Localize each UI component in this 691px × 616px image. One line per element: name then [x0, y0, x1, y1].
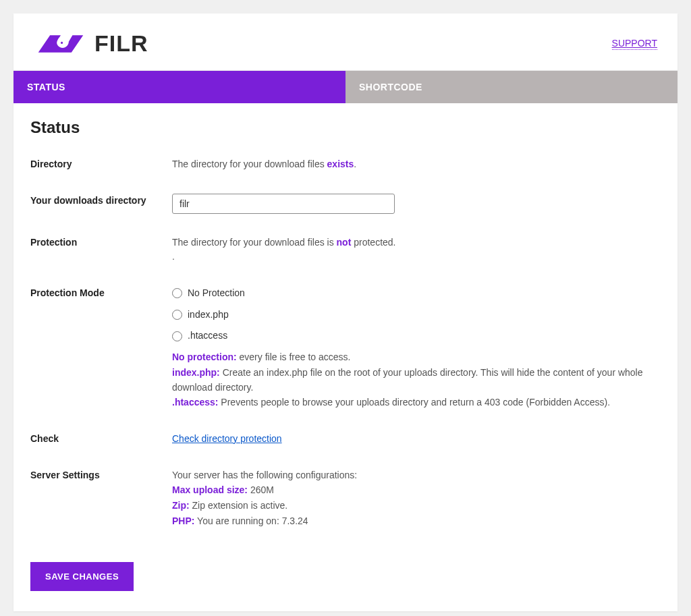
radio-htaccess-label: .htaccess — [188, 329, 227, 343]
desc-htaccess-lead: .htaccess: — [172, 397, 218, 408]
label-protection: Protection — [30, 235, 172, 248]
value-check: Check directory protection — [172, 432, 661, 447]
row-check: Check Check directory protection — [30, 432, 661, 447]
save-button[interactable]: SAVE CHANGES — [30, 562, 134, 591]
protection-text-before: The directory for your download files is — [172, 237, 337, 248]
support-link[interactable]: SUPPORT — [612, 38, 657, 50]
directory-text-after: . — [354, 159, 356, 169]
radio-index-php[interactable]: index.php — [172, 308, 661, 323]
desc-index-php-text: Create an index.php file on the root of … — [172, 367, 643, 393]
label-protection-mode: Protection Mode — [30, 286, 172, 298]
radio-index-php-label: index.php — [188, 308, 229, 323]
row-server-settings: Server Settings Your server has the foll… — [30, 468, 661, 529]
radio-htaccess[interactable]: .htaccess — [172, 329, 661, 343]
radio-no-protection-label: No Protection — [188, 286, 245, 301]
server-php-val: You are running on: 7.3.24 — [194, 515, 308, 526]
server-zip: Zip: Zip extension is active. — [172, 499, 661, 513]
value-downloads-dir — [172, 194, 661, 214]
server-php-lead: PHP: — [172, 515, 194, 526]
label-check: Check — [30, 432, 172, 444]
desc-no-protection-lead: No protection: — [172, 352, 237, 362]
server-intro: Your server has the following configurat… — [172, 468, 661, 483]
protection-status-word: not — [337, 237, 352, 248]
label-server-settings: Server Settings — [30, 468, 172, 480]
server-max-upload-lead: Max upload size: — [172, 484, 248, 495]
brand-logo: FILR — [34, 30, 148, 57]
row-downloads-dir: Your downloads directory — [30, 194, 661, 214]
page-title: Status — [30, 118, 661, 137]
row-protection-mode: Protection Mode No Protection index.php … — [30, 286, 661, 410]
tabs: STATUS SHORTCODE — [13, 70, 678, 103]
content: Status Directory The directory for your … — [13, 103, 678, 611]
label-downloads-dir: Your downloads directory — [30, 194, 172, 206]
tab-shortcode[interactable]: SHORTCODE — [346, 71, 678, 103]
settings-card: FILR SUPPORT STATUS SHORTCODE Status Dir… — [13, 13, 678, 611]
radio-no-protection-input[interactable] — [172, 288, 182, 298]
radio-no-protection[interactable]: No Protection — [172, 286, 661, 301]
protection-trailing: . — [172, 250, 661, 264]
label-directory: Directory — [30, 157, 172, 169]
server-zip-val: Zip extension is active. — [190, 500, 288, 511]
row-directory: Directory The directory for your downloa… — [30, 157, 661, 172]
tab-status[interactable]: STATUS — [13, 71, 346, 103]
protection-text-after: protected. — [351, 237, 395, 248]
filr-logo-icon — [34, 31, 88, 57]
radio-index-php-input[interactable] — [172, 310, 182, 320]
desc-no-protection-text: every file is free to access. — [237, 352, 351, 362]
desc-index-php: index.php: Create an index.php file on t… — [172, 366, 661, 395]
desc-no-protection: No protection: every file is free to acc… — [172, 350, 661, 365]
server-php: PHP: You are running on: 7.3.24 — [172, 514, 661, 529]
value-server-settings: Your server has the following configurat… — [172, 468, 661, 529]
value-directory: The directory for your download files ex… — [172, 157, 661, 172]
check-protection-link[interactable]: Check directory protection — [172, 433, 282, 444]
header: FILR SUPPORT — [13, 13, 678, 70]
svg-point-1 — [61, 41, 63, 43]
row-protection: Protection The directory for your downlo… — [30, 235, 661, 264]
desc-index-php-lead: index.php: — [172, 367, 220, 378]
server-zip-lead: Zip: — [172, 500, 190, 511]
value-protection: The directory for your download files is… — [172, 235, 661, 264]
directory-status-word: exists — [327, 159, 354, 169]
radio-htaccess-input[interactable] — [172, 331, 182, 341]
value-protection-mode: No Protection index.php .htaccess No pro… — [172, 286, 661, 410]
brand-name: FILR — [94, 30, 148, 57]
directory-text-before: The directory for your download files — [172, 159, 327, 169]
server-max-upload-val: 260M — [248, 484, 274, 495]
downloads-dir-input[interactable] — [172, 194, 395, 214]
server-max-upload: Max upload size: 260M — [172, 483, 661, 498]
desc-htaccess-text: Prevents people to browse your uploads d… — [218, 397, 610, 408]
desc-htaccess: .htaccess: Prevents people to browse you… — [172, 395, 661, 410]
